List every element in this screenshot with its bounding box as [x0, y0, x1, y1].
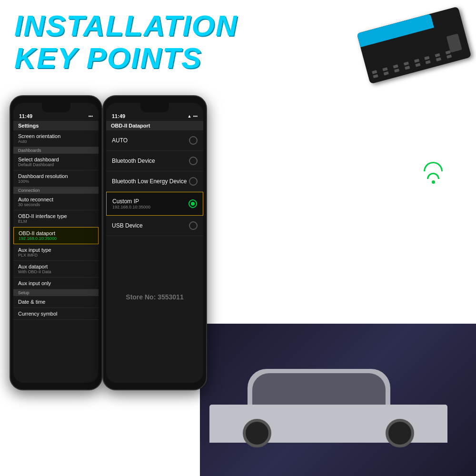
- obd-item-sublabel: 192.168.0.10:35000: [112, 205, 150, 209]
- obd-item-auto[interactable]: AUTO: [106, 130, 203, 151]
- settings-item-auto-reconnect[interactable]: Auto reconnect 30 seconds: [13, 194, 99, 210]
- settings-item-aux-input-only[interactable]: Aux input only: [13, 278, 99, 289]
- phone-right-outer: 11:49 ▲ ▪▪▪ OBD-II Dataport AUTO Bluetoo…: [102, 95, 207, 390]
- phone-left: 11:49 ▪▪▪ Settings Screen orientation Au…: [10, 95, 102, 390]
- settings-item-subtitle: With OBD-II Data: [18, 269, 94, 274]
- battery-status-icon: ▪▪▪: [193, 114, 198, 119]
- settings-item-date-time[interactable]: Date & time: [13, 296, 99, 308]
- settings-item-subtitle: ELM: [18, 219, 94, 224]
- car-silhouette: [209, 367, 447, 443]
- settings-item-subtitle: Auto: [18, 139, 94, 144]
- settings-item-title: OBD-II dataport: [19, 230, 93, 236]
- settings-item-title: Screen orientation: [18, 133, 94, 139]
- settings-item-subtitle: 192.168.0.10:35000: [19, 236, 93, 241]
- settings-item-subtitle: Default Dashboard: [18, 162, 94, 167]
- obd-item-label: Bluetooth Device: [112, 158, 155, 164]
- settings-item-select-dashboard[interactable]: Select dashboard Default Dashboard: [13, 154, 99, 170]
- obd-item-label: USB Device: [112, 222, 143, 229]
- settings-item-aux-dataport[interactable]: Aux dataport With OBD-II Data: [13, 261, 99, 278]
- wifi-icon: [424, 162, 443, 184]
- store-watermark: Store No: 3553011: [126, 293, 183, 301]
- settings-item-obd-dataport[interactable]: OBD-II dataport 192.168.0.10:35000: [13, 227, 99, 244]
- obd-pin: [446, 55, 452, 59]
- radio-bluetooth[interactable]: [189, 157, 198, 165]
- settings-item-title: Aux input type: [18, 247, 94, 253]
- obd-item-custom-ip[interactable]: Custom IP 192.168.0.10:35000: [106, 192, 203, 216]
- obd-item-usb[interactable]: USB Device: [106, 216, 203, 236]
- obd-pin: [373, 74, 378, 78]
- car-image-section: [200, 324, 476, 476]
- phone-left-outer: 11:49 ▪▪▪ Settings Screen orientation Au…: [10, 95, 102, 390]
- settings-item-subtitle: 100%: [18, 179, 94, 184]
- settings-title: Settings: [18, 123, 39, 129]
- obd-device-image: [352, 5, 466, 100]
- car-wheel-right: [386, 419, 414, 447]
- obd-device-body: [357, 6, 472, 84]
- settings-item-title: Currency symbol: [18, 311, 94, 317]
- radio-ble[interactable]: [189, 177, 198, 186]
- settings-section-setup: Setup: [13, 289, 99, 296]
- car-windshield: [252, 373, 386, 407]
- settings-item-obd-interface[interactable]: OBD-II interface type ELM: [13, 210, 99, 227]
- settings-item-title: Date & time: [18, 299, 94, 305]
- radio-usb[interactable]: [189, 221, 198, 230]
- obd-pin: [405, 66, 410, 69]
- obd-pin: [415, 63, 420, 67]
- car-wheel-left: [243, 419, 271, 447]
- radio-auto[interactable]: [189, 136, 198, 145]
- obd-item-label: Bluetooth Low Energy Device: [112, 178, 187, 185]
- obd-item-bluetooth[interactable]: Bluetooth Device: [106, 151, 203, 171]
- phone-right-screen: 11:49 ▲ ▪▪▪ OBD-II Dataport AUTO Bluetoo…: [106, 103, 203, 383]
- settings-item-title: Auto reconnect: [18, 197, 94, 202]
- settings-item-dashboard-resolution[interactable]: Dashboard resolution 100%: [13, 170, 99, 187]
- phone-right-notch: [140, 103, 169, 112]
- obd-pin: [393, 64, 398, 68]
- obd-pin: [384, 71, 389, 75]
- settings-item-currency[interactable]: Currency symbol: [13, 308, 99, 320]
- obd-header-title: OBD-II Dataport: [111, 123, 150, 129]
- wifi-arc-outer: [424, 162, 443, 171]
- status-time-right: 11:49: [112, 113, 125, 119]
- obd-pin: [414, 59, 419, 63]
- title-line2: KEY POINTS: [14, 42, 238, 74]
- settings-item-title: Aux input only: [18, 280, 94, 286]
- car-body: [209, 367, 466, 462]
- wifi-dot: [432, 180, 435, 184]
- settings-header: Settings: [13, 121, 99, 130]
- obd-item-ble[interactable]: Bluetooth Low Energy Device: [106, 171, 203, 192]
- obd-item-label: Custom IP: [112, 198, 150, 205]
- obd-item-label: AUTO: [112, 137, 128, 144]
- obd-pin: [403, 62, 408, 66]
- obd-pin: [425, 56, 430, 60]
- settings-item-title: Dashboard resolution: [18, 173, 94, 179]
- status-icons-left: ▪▪▪: [88, 114, 93, 119]
- settings-item-title: OBD-II interface type: [18, 213, 94, 219]
- battery-icon: ▪▪▪: [88, 114, 93, 119]
- settings-section-connection: Connection: [13, 187, 99, 194]
- radio-custom-ip[interactable]: [188, 199, 197, 208]
- settings-item-aux-input-type[interactable]: Aux input type PLX iMFD: [13, 244, 99, 261]
- wifi-signal-icon: [424, 162, 443, 184]
- obd-pins: [372, 49, 456, 78]
- wifi-arc-inner: [427, 173, 439, 179]
- phone-right: 11:49 ▲ ▪▪▪ OBD-II Dataport AUTO Bluetoo…: [102, 95, 207, 390]
- obd-notch: [446, 33, 462, 52]
- settings-item-subtitle: PLX iMFD: [18, 253, 94, 258]
- obd-pin: [435, 53, 440, 57]
- status-time-left: 11:49: [19, 113, 32, 119]
- status-icons-right: ▲ ▪▪▪: [188, 114, 198, 119]
- wifi-status-icon: ▲: [188, 114, 192, 119]
- obd-dataport-header: OBD-II Dataport: [106, 121, 203, 130]
- phone-left-notch: [42, 103, 70, 112]
- title-line1: INSTALLATION: [14, 10, 238, 42]
- settings-item-title: Aux dataport: [18, 264, 94, 269]
- title-section: INSTALLATION KEY POINTS: [14, 10, 238, 74]
- settings-item-title: Select dashboard: [18, 157, 94, 162]
- settings-item-screen-orientation[interactable]: Screen orientation Auto: [13, 130, 99, 147]
- settings-section-dashboards: Dashboards: [13, 147, 99, 154]
- obd-pin: [394, 69, 399, 72]
- obd-pin: [372, 70, 377, 74]
- obd-blue-strip: [357, 14, 434, 47]
- obd-pin: [426, 60, 431, 64]
- obd-pin: [436, 57, 441, 61]
